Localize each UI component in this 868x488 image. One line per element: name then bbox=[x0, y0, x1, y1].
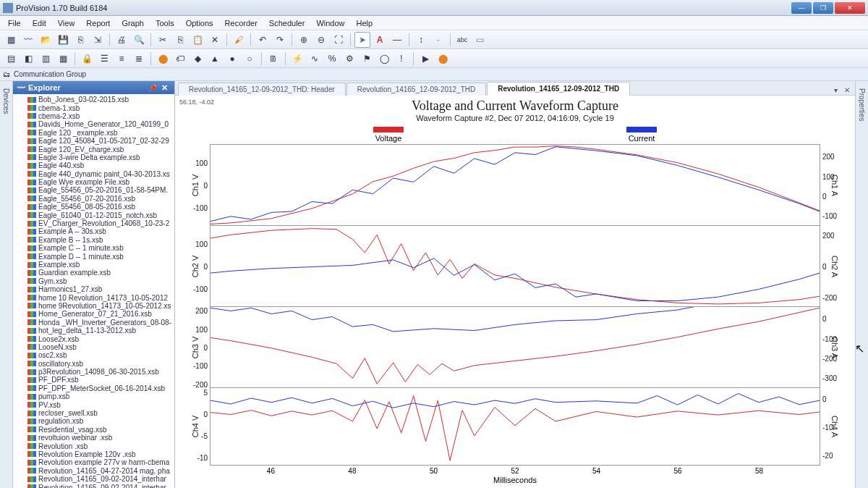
marker1-icon[interactable]: ⬤ bbox=[155, 51, 171, 67]
preview-icon[interactable]: 🔍 bbox=[131, 32, 147, 48]
record-icon[interactable]: ⬤ bbox=[435, 51, 451, 67]
file-item[interactable]: Home_Generator_07_21_2016.xsb bbox=[13, 310, 174, 318]
pane3-icon[interactable]: ▥ bbox=[38, 51, 54, 67]
file-item[interactable]: Eagle 120_EV_charge.xsb bbox=[13, 145, 174, 153]
file-item[interactable]: revoltuion webinar .xsb bbox=[13, 434, 174, 442]
file-item[interactable]: PF_DPF_MeterSocket_06-16-2014.xsb bbox=[13, 384, 174, 392]
menu-tools[interactable]: Tools bbox=[150, 17, 179, 29]
file-item[interactable]: Revolution_14165_09-02-2014_interhar bbox=[13, 483, 174, 488]
grid-icon[interactable]: ▦ bbox=[3, 32, 19, 48]
subplot-ch1[interactable]: Ch1 VCh1 A1000-1002001000-100 bbox=[210, 144, 820, 225]
copy-icon[interactable]: ⎘ bbox=[172, 32, 188, 48]
menu-report[interactable]: Report bbox=[81, 17, 115, 29]
subplot-ch2[interactable]: Ch2 VCh2 A1000-1002000-200 bbox=[210, 225, 820, 306]
file-item[interactable]: osc2.xsb bbox=[13, 351, 174, 359]
file-item[interactable]: home 9Revolution_14173_10-05-2012.xs bbox=[13, 302, 174, 310]
properties-tab[interactable]: Properties bbox=[858, 88, 866, 122]
explorer-file-list[interactable]: Bob_Jones_03-02-2015.xsbcbema-1.xsbcbema… bbox=[13, 94, 174, 488]
menu-scheduler[interactable]: Scheduler bbox=[264, 17, 310, 29]
file-item[interactable]: Revolution .xsb bbox=[13, 442, 174, 450]
hcursor-icon[interactable]: · bbox=[430, 32, 446, 48]
undo-icon[interactable]: ↶ bbox=[255, 32, 271, 48]
menu-edit[interactable]: Edit bbox=[27, 17, 51, 29]
cut-icon[interactable]: ✂ bbox=[155, 32, 171, 48]
file-item[interactable]: PF_DPF.xsb bbox=[13, 376, 174, 384]
file-item[interactable]: Example B -- 1s.xsb bbox=[13, 236, 174, 244]
file-item[interactable]: hot_leg_delta_11-13-2012.xsb bbox=[13, 327, 174, 335]
abc-icon[interactable]: abc bbox=[454, 32, 470, 48]
file-item[interactable]: Davids_Home_Generator_120_40199_0 bbox=[13, 120, 174, 128]
file-item[interactable]: pump.xsb bbox=[13, 392, 174, 400]
file-item[interactable]: Revolution example 277v w harm-cbema bbox=[13, 458, 174, 466]
menu-recorder[interactable]: Recorder bbox=[220, 17, 263, 29]
close-button[interactable]: ✕ bbox=[835, 2, 865, 14]
file-item[interactable]: Residential_vsag.xsb bbox=[13, 426, 174, 434]
file-item[interactable]: Eagle_55456_08-05-2016.xsb bbox=[13, 203, 174, 211]
menu-options[interactable]: Options bbox=[181, 17, 218, 29]
note-icon[interactable]: 🗎 bbox=[265, 51, 281, 67]
file-item[interactable]: cbema-1.xsb bbox=[13, 104, 174, 112]
file-item[interactable]: Honda _WH_Inverter_Generators_08-08- bbox=[13, 319, 174, 327]
communication-group-bar[interactable]: 🗂 Communication Group bbox=[0, 68, 868, 81]
minimize-button[interactable]: — bbox=[791, 2, 812, 14]
file-item[interactable]: Eagle 440.xsb bbox=[13, 161, 174, 169]
document-tab[interactable]: Revolution_14165_12-09-2012_THD bbox=[487, 82, 630, 96]
file-item[interactable]: Eagle 120 _example.xsb bbox=[13, 129, 174, 137]
file-item[interactable]: cbema-2.xsb bbox=[13, 112, 174, 120]
circle-icon[interactable]: ◯ bbox=[376, 51, 392, 67]
zoomout-icon[interactable]: ⊖ bbox=[313, 32, 329, 48]
file-item[interactable]: Eagle_55456_07-20-2016.xsb bbox=[13, 195, 174, 203]
devices-tab[interactable]: Devices bbox=[2, 88, 10, 114]
box-icon[interactable]: ▭ bbox=[472, 32, 488, 48]
saveas-icon[interactable]: ⎘ bbox=[72, 32, 88, 48]
pointer-icon[interactable]: ➤ bbox=[354, 32, 370, 48]
layers-icon[interactable]: ☰ bbox=[96, 51, 112, 67]
file-item[interactable]: Bob_Jones_03-02-2015.xsb bbox=[13, 96, 174, 104]
file-item[interactable]: Eagle 3-wire Delta example.xsb bbox=[13, 153, 174, 161]
file-item[interactable]: Example A -- 30s.xsb bbox=[13, 227, 174, 235]
play-icon[interactable]: ▶ bbox=[417, 51, 433, 67]
vcursor-icon[interactable]: ↕ bbox=[413, 32, 429, 48]
file-item[interactable]: p3Revolution_14098_06-30-2015.xsb bbox=[13, 368, 174, 376]
file-item[interactable]: Revolution Example 120v .xsb bbox=[13, 450, 174, 458]
document-tab[interactable]: Revolution_14165_12-09-2012_THD bbox=[346, 83, 486, 96]
maximize-button[interactable]: ❐ bbox=[813, 2, 833, 14]
file-item[interactable]: home 10 Revolution_14173_10-05-2012 bbox=[13, 293, 174, 301]
file-item[interactable]: Gym.xsb bbox=[13, 277, 174, 285]
pane4-icon[interactable]: ▦ bbox=[55, 51, 71, 67]
file-item[interactable]: PV.xsb bbox=[13, 400, 174, 408]
file-item[interactable]: LooseN.xsb bbox=[13, 343, 174, 351]
marker6-icon[interactable]: ○ bbox=[242, 51, 258, 67]
flag-icon[interactable]: ⚑ bbox=[359, 51, 375, 67]
menu-graph[interactable]: Graph bbox=[116, 17, 149, 29]
open-icon[interactable]: 📂 bbox=[38, 32, 54, 48]
marker4-icon[interactable]: ▲ bbox=[207, 51, 223, 67]
brush-icon[interactable]: 🖌 bbox=[231, 32, 247, 48]
export-icon[interactable]: ⇲ bbox=[90, 32, 106, 48]
file-item[interactable]: EV_Charger_Revolution_14068_10-23-2 bbox=[13, 219, 174, 227]
marker3-icon[interactable]: ◆ bbox=[190, 51, 205, 67]
delete-icon[interactable]: ✕ bbox=[207, 32, 223, 48]
left-dock-strip[interactable]: Devices bbox=[0, 81, 13, 488]
marker2-icon[interactable]: 🏷 bbox=[172, 51, 188, 67]
file-item[interactable]: Eagle_55456_05-20-2016_01-58-54PM. bbox=[13, 186, 174, 194]
file-item[interactable]: Example.xsb bbox=[13, 261, 174, 269]
file-item[interactable]: regulation.xsb bbox=[13, 417, 174, 425]
tab-close-icon[interactable]: ✕ bbox=[842, 85, 852, 95]
file-item[interactable]: Revolution_14165_09-02-2014_interhar bbox=[13, 475, 174, 483]
file-item[interactable]: recloser_swell.xsb bbox=[13, 409, 174, 417]
file-item[interactable]: Eagle 440_dynamic paint_04-30-2013.xs bbox=[13, 170, 174, 178]
chart-canvas[interactable]: 56.18, -4.02 Voltage and Current Wavefor… bbox=[175, 96, 855, 488]
file-item[interactable]: Example D -- 1 minute.xsb bbox=[13, 252, 174, 260]
file-item[interactable]: Eagle_61040_01-12-2015_notch.xsb bbox=[13, 211, 174, 219]
file-item[interactable]: Guardian example.xsb bbox=[13, 269, 174, 277]
fit-icon[interactable]: ⛶ bbox=[331, 32, 346, 48]
pane1-icon[interactable]: ▤ bbox=[3, 51, 19, 67]
flash-icon[interactable]: ⚡ bbox=[289, 51, 305, 67]
menu-file[interactable]: File bbox=[3, 17, 26, 29]
pin-icon[interactable]: 📌 bbox=[146, 84, 159, 92]
layers2-icon[interactable]: ≡ bbox=[114, 51, 129, 67]
subplot-ch3[interactable]: Ch3 VCh3 A2001000-100-2000-100-200-300 bbox=[210, 306, 820, 387]
subplot-ch4[interactable]: Ch4 VCh4 A50-5-100-10-20 bbox=[210, 387, 820, 466]
file-item[interactable]: Loose2x.xsb bbox=[13, 335, 174, 342]
